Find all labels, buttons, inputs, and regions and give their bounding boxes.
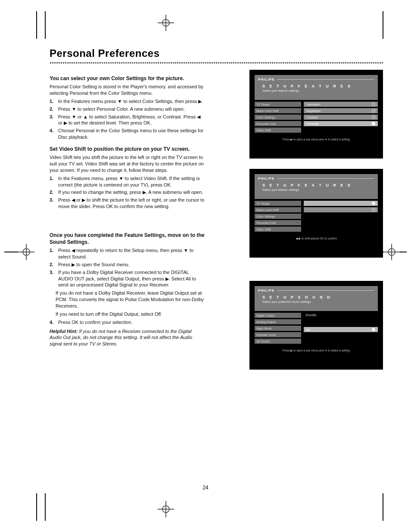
osd-brand: PHILIPS bbox=[258, 78, 274, 81]
radio-icon bbox=[372, 328, 375, 331]
osd-menu-item: Color Settings bbox=[255, 214, 301, 219]
step: Choose Personal in the Color Settings me… bbox=[58, 128, 205, 140]
step: Press ▶ to open the Sound menu. bbox=[58, 261, 130, 268]
osd-subtitle: Select your feature settings bbox=[258, 89, 374, 92]
osd-hint: Press ▶ to open a sub-menu and ▼ to sele… bbox=[255, 138, 378, 141]
osd-menu-item: Video Shift bbox=[255, 227, 301, 232]
osd-subtitle: Select your feature settings bbox=[258, 188, 374, 191]
step: Press ▼ to select Personal Color. A new … bbox=[58, 106, 185, 112]
osd-option: Saturation bbox=[304, 102, 378, 107]
page-title: Personal Preferences bbox=[50, 47, 383, 59]
osd-options: SOUND All bbox=[304, 313, 378, 344]
osd-left-menu: TV Shape Black Level Shift Color Setting… bbox=[255, 201, 301, 232]
osd-screenshot-features-color: PHILIPS S E T U P F E A T U R E S Select… bbox=[249, 70, 383, 159]
osd-menu-item: Color Settings bbox=[255, 115, 301, 120]
osd-option: Contrast bbox=[304, 115, 378, 120]
step: Press ◀ repeatedly to return to the Setu… bbox=[58, 247, 205, 260]
section-a-heading: You can select your own Color Settings f… bbox=[50, 75, 205, 82]
osd-slider-row bbox=[304, 207, 378, 212]
radio-icon bbox=[372, 202, 375, 205]
osd-slider-row bbox=[304, 201, 378, 206]
osd-options: Saturation Brightness Contrast Personal bbox=[304, 102, 378, 133]
radio-icon bbox=[372, 208, 375, 212]
osd-hint: Press ▶ to open a sub-menu and ▼ to sele… bbox=[255, 349, 378, 352]
radio-icon bbox=[372, 103, 375, 106]
radio-icon bbox=[372, 115, 375, 119]
title-rule bbox=[50, 62, 383, 64]
section-b-heading: Set Video Shift to position the picture … bbox=[50, 146, 205, 152]
osd-title: S E T U P F E A T U R E S bbox=[258, 84, 374, 88]
osd-menu-item: Black Level Shift bbox=[255, 207, 301, 212]
osd-menu-item: Analog Output bbox=[255, 319, 301, 324]
osd-screenshot-sound: PHILIPS S E T U P S O U N D Select your … bbox=[249, 281, 383, 370]
step: Press ▼ or ▲ to select Saturation, Brigh… bbox=[58, 114, 205, 127]
osd-menu-item: Black Level Shift bbox=[255, 108, 301, 113]
step-sub: If you need to turn off the Digital Outp… bbox=[56, 311, 205, 317]
osd-option: Brightness bbox=[304, 108, 378, 113]
osd-menu-item: 3D Sound bbox=[255, 339, 301, 344]
osd-menu-item: Personal Color bbox=[255, 220, 301, 225]
osd-left-menu: Digital Output Analog Output Night Mode … bbox=[255, 313, 301, 344]
step: In the Features menu, press ▼ to select … bbox=[58, 175, 205, 188]
osd-menu-item: Night Mode bbox=[255, 326, 301, 331]
osd-menu-item: Digital Output bbox=[255, 313, 301, 318]
check-icon bbox=[372, 122, 375, 125]
step: In the Features menu press ▼ to select C… bbox=[58, 98, 203, 105]
step: Press ◀ or ▶ to shift the picture to the… bbox=[58, 197, 205, 210]
step: If you have a Dolby Digital Receiver con… bbox=[58, 269, 205, 289]
step-sub: If you do not have a Dolby Digital Recei… bbox=[56, 290, 205, 309]
section-c-heading: Once you have completed the Feature Sett… bbox=[50, 232, 205, 246]
osd-left-menu: TV Shape Black Level Shift Color Setting… bbox=[255, 102, 301, 133]
step: If you need to change the setting, press… bbox=[58, 189, 203, 196]
osd-title: S E T U P S O U N D bbox=[258, 295, 374, 299]
radio-icon bbox=[372, 109, 375, 112]
osd-menu-item: Video Shift bbox=[255, 128, 301, 133]
osd-option-selected: All bbox=[304, 327, 378, 332]
osd-menu-item: TV Shape bbox=[255, 102, 301, 107]
step: Press OK to confirm your selection. bbox=[58, 319, 132, 326]
section-a-body: Personal Color Setting is stored in the … bbox=[50, 84, 205, 96]
osd-options bbox=[304, 201, 378, 232]
osd-option-selected: Personal bbox=[304, 121, 378, 126]
osd-subtitle: Select your preferred sound settings bbox=[258, 300, 374, 303]
osd-section-label: SOUND bbox=[304, 313, 378, 317]
osd-brand: PHILIPS bbox=[258, 177, 274, 180]
osd-brand: PHILIPS bbox=[258, 289, 274, 292]
section-b-body: Video Shift lets you shift the picture t… bbox=[50, 154, 205, 174]
osd-menu-item: Karaoke Vocal bbox=[255, 332, 301, 337]
body-text-column: You can select your own Color Settings f… bbox=[50, 70, 205, 380]
osd-menu-item: Personal Color bbox=[255, 121, 301, 126]
osd-title: S E T U P F E A T U R E S bbox=[258, 183, 374, 187]
osd-menu-item: TV Shape bbox=[255, 201, 301, 206]
tip-label: Helpful Hint: bbox=[50, 329, 78, 334]
osd-hint: ◀ ▶ to shift picture OK to confirm bbox=[255, 237, 378, 240]
osd-screenshot-features-videoshift: PHILIPS S E T U P F E A T U R E S Select… bbox=[249, 169, 383, 258]
page-number: 24 bbox=[202, 485, 208, 491]
